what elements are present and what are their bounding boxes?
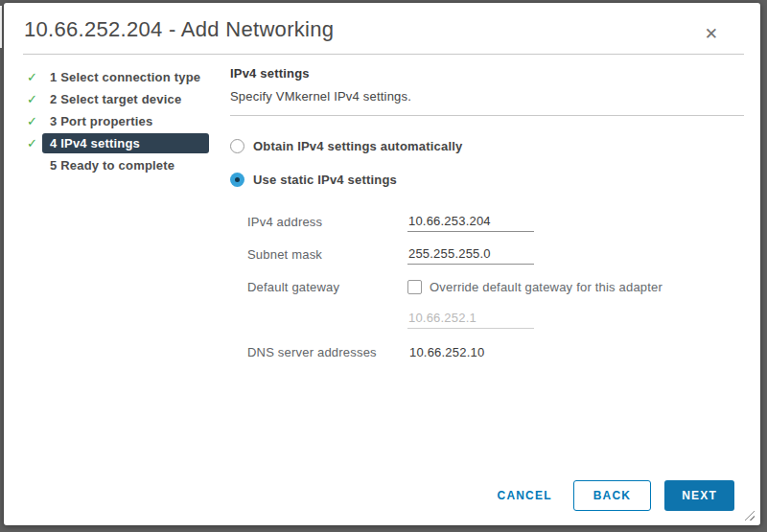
step-select-connection-type[interactable]: ✓ 1 Select connection type (27, 66, 209, 88)
close-icon[interactable]: ✕ (701, 24, 722, 44)
resize-handle-icon[interactable] (744, 510, 755, 520)
gateway-input-row (247, 309, 744, 329)
back-button[interactable]: BACK (573, 480, 651, 511)
pane-heading: IPv4 settings (230, 66, 744, 81)
ipv4-address-row: IPv4 address (247, 212, 744, 232)
default-gateway-label: Default gateway (247, 280, 407, 294)
check-icon: ✓ (27, 115, 42, 127)
default-gateway-row: Default gateway Override default gateway… (247, 277, 744, 296)
step-ready-to-complete[interactable]: 5 Ready to complete (27, 154, 209, 176)
step-ipv4-settings-active[interactable]: ✓ 4 IPv4 settings (27, 132, 209, 154)
ipv4-address-label: IPv4 address (247, 215, 407, 229)
subnet-mask-input[interactable] (407, 244, 534, 265)
override-gateway-option[interactable]: Override default gateway for this adapte… (407, 280, 662, 294)
wizard-steps-sidebar: ✓ 1 Select connection type ✓ 2 Select ta… (4, 55, 209, 176)
radio-selected-icon[interactable] (230, 173, 244, 187)
dialog-title-bar: 10.66.252.204 - Add Networking ✕ (4, 3, 760, 54)
step-label: 4 IPv4 settings (42, 133, 209, 153)
radio-label: Use static IPv4 settings (253, 173, 397, 187)
check-icon: ✓ (27, 71, 42, 83)
dns-server-value: 10.66.252.10 (407, 345, 484, 359)
step-pane: IPv4 settings Specify VMkernel IPv4 sett… (209, 55, 760, 374)
pane-divider (230, 115, 744, 116)
checkbox-unchecked-icon[interactable] (407, 280, 422, 294)
check-icon: ✓ (27, 137, 42, 150)
dns-server-row: DNS server addresses 10.66.252.10 (247, 342, 744, 361)
override-gateway-label: Override default gateway for this adapte… (430, 280, 662, 294)
radio-use-static[interactable]: Use static IPv4 settings (230, 173, 744, 187)
ipv4-address-input[interactable] (407, 212, 534, 232)
dns-server-label: DNS server addresses (247, 345, 407, 359)
step-label: 5 Ready to complete (42, 155, 209, 175)
next-button[interactable]: NEXT (664, 480, 734, 511)
check-icon: ✓ (27, 93, 42, 105)
dialog-footer: CANCEL BACK NEXT (488, 480, 734, 511)
radio-label: Obtain IPv4 settings automatically (253, 139, 462, 153)
ipv4-mode-radio-group: Obtain IPv4 settings automatically Use s… (230, 139, 744, 187)
step-label: 2 Select target device (42, 89, 209, 109)
step-port-properties[interactable]: ✓ 3 Port properties (27, 110, 209, 132)
step-label: 3 Port properties (42, 111, 209, 131)
radio-unselected-icon[interactable] (230, 139, 244, 153)
dialog-content: ✓ 1 Select connection type ✓ 2 Select ta… (4, 55, 760, 374)
radio-obtain-automatically[interactable]: Obtain IPv4 settings automatically (230, 139, 744, 153)
step-select-target-device[interactable]: ✓ 2 Select target device (27, 88, 209, 110)
background-page-sliver (0, 6, 2, 48)
add-networking-dialog: 10.66.252.204 - Add Networking ✕ ✓ 1 Sel… (4, 3, 760, 525)
cancel-button[interactable]: CANCEL (488, 481, 562, 510)
ipv4-settings-form: IPv4 address Subnet mask Default gateway… (247, 212, 744, 361)
pane-description: Specify VMkernel IPv4 settings. (230, 89, 744, 104)
gateway-address-input (407, 309, 534, 329)
dialog-title: 10.66.252.204 - Add Networking (24, 17, 334, 41)
subnet-mask-label: Subnet mask (247, 247, 407, 262)
step-label: 1 Select connection type (42, 67, 209, 87)
subnet-mask-row: Subnet mask (247, 244, 744, 265)
